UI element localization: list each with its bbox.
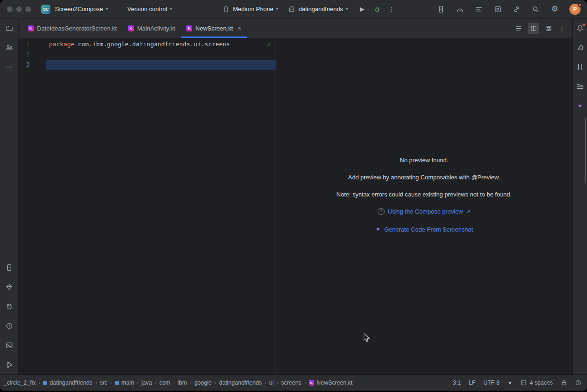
close-tab-icon[interactable]: × bbox=[238, 25, 241, 31]
chevron-right-icon: › bbox=[38, 380, 41, 386]
chevron-right-icon: › bbox=[189, 380, 192, 386]
breadcrumb-label: NewScreen.kt bbox=[317, 380, 353, 386]
tab-newscreen[interactable]: K NewScreen.kt × bbox=[181, 18, 247, 38]
logcat-icon[interactable] bbox=[5, 302, 13, 311]
code-editor[interactable]: 1 2 3 package com.ibm.google.datingandfr… bbox=[18, 38, 275, 374]
info-icon[interactable] bbox=[575, 380, 581, 386]
people-icon[interactable] bbox=[5, 43, 13, 52]
breadcrumb-item[interactable]: google bbox=[192, 379, 214, 387]
syntax-error-note: Note: syntax errors could cause existing… bbox=[336, 191, 512, 198]
module-icon bbox=[43, 381, 47, 385]
compose-preview-doc-link[interactable]: Using the Compose preview bbox=[388, 208, 463, 215]
code-area[interactable]: package com.ibm.google.datingandfriends.… bbox=[46, 39, 275, 70]
user-avatar[interactable]: P bbox=[569, 4, 581, 15]
vcs-label: Version control bbox=[128, 6, 167, 12]
gradle-icon[interactable] bbox=[576, 43, 584, 52]
minimize-window-button[interactable] bbox=[16, 6, 22, 12]
debug-button[interactable] bbox=[373, 5, 381, 13]
lock-icon[interactable] bbox=[561, 380, 567, 386]
breadcrumb-item[interactable]: _circle_2_fix bbox=[2, 379, 37, 387]
breadcrumb-item[interactable]: ui bbox=[267, 379, 275, 387]
editor-gutter[interactable]: 1 2 3 bbox=[18, 39, 46, 70]
code-line: package com.ibm.google.datingandfriends.… bbox=[46, 39, 275, 49]
keyword-token: package bbox=[49, 41, 74, 48]
project-folder-icon[interactable] bbox=[5, 24, 13, 32]
kotlin-file-icon: K bbox=[186, 25, 192, 31]
generate-code-row: ✦ Generate Code From Screenshot bbox=[375, 225, 473, 233]
editor-tab-bar: K DateIdeasGeneratorScreen.kt K MainActi… bbox=[18, 18, 572, 38]
tab-mainactivity[interactable]: K MainActivity.kt bbox=[122, 18, 181, 38]
device-explorer-icon[interactable] bbox=[576, 82, 584, 91]
line-separator-widget[interactable]: LF bbox=[469, 380, 476, 386]
notifications-bell-icon[interactable] bbox=[576, 24, 584, 32]
chevron-right-icon: › bbox=[172, 380, 175, 386]
tab-label: NewScreen.kt bbox=[196, 25, 233, 32]
breadcrumb-item[interactable]: main bbox=[113, 379, 136, 387]
compose-doc-row: ? Using the Compose preview ↗ bbox=[378, 208, 471, 215]
split-view-icon[interactable] bbox=[528, 23, 539, 34]
breadcrumb-item[interactable]: datingandfriends bbox=[41, 379, 94, 387]
problems-icon[interactable] bbox=[5, 322, 13, 330]
run-config-label: datingandfriends bbox=[299, 6, 343, 12]
status-widgets: 3:1 LF UTF-8 ✦ 4 spaces bbox=[453, 380, 581, 386]
app-insights-diamond-icon[interactable] bbox=[5, 283, 13, 291]
help-question-icon[interactable]: ? bbox=[378, 208, 385, 215]
breadcrumb-label: main bbox=[122, 380, 134, 386]
settings-gear-icon[interactable]: ⚙ bbox=[550, 5, 559, 13]
caret-position-widget[interactable]: 3:1 bbox=[453, 380, 461, 386]
zoom-window-button[interactable] bbox=[25, 6, 31, 12]
add-preview-hint: Add preview by annotating Composables wi… bbox=[348, 174, 500, 181]
chevron-right-icon: › bbox=[154, 380, 157, 386]
chevron-right-icon: › bbox=[136, 380, 139, 386]
avatar-initial: P bbox=[573, 6, 577, 12]
breadcrumb-item[interactable]: screens bbox=[279, 379, 303, 387]
version-control-branch-icon[interactable] bbox=[5, 361, 13, 369]
close-window-button[interactable] bbox=[7, 6, 12, 12]
running-devices-icon[interactable] bbox=[437, 5, 445, 13]
scrollbar-thumb[interactable] bbox=[585, 118, 586, 183]
breadcrumb-item[interactable]: src bbox=[98, 379, 110, 387]
search-icon[interactable] bbox=[532, 5, 540, 13]
chevron-down-icon: ▾ bbox=[276, 7, 278, 11]
breadcrumb-item-file[interactable]: KNewScreen.kt bbox=[307, 379, 355, 387]
terminal-icon[interactable] bbox=[5, 341, 13, 349]
inspection-check-icon[interactable]: ✓ bbox=[267, 41, 272, 48]
profiler-icon[interactable] bbox=[456, 5, 464, 13]
generate-code-link[interactable]: Generate Code From Screenshot bbox=[384, 226, 473, 233]
notification-dot bbox=[582, 23, 586, 26]
chevron-down-icon: ▾ bbox=[346, 7, 348, 11]
gemini-star-icon[interactable]: ✦ bbox=[576, 102, 584, 110]
app-inspection-icon[interactable] bbox=[494, 5, 502, 13]
compose-preview-panel: No preview found. Add preview by annotat… bbox=[275, 38, 572, 374]
run-config-selector[interactable]: datingandfriends ▾ bbox=[284, 3, 352, 16]
link-icon[interactable] bbox=[513, 5, 521, 13]
breadcrumb-item[interactable]: ibm bbox=[176, 379, 189, 387]
design-view-icon[interactable] bbox=[543, 23, 554, 34]
todo-list-icon[interactable] bbox=[475, 5, 483, 13]
tab-dateideasgeneratorscreen[interactable]: K DateIdeasGeneratorScreen.kt bbox=[22, 18, 122, 38]
encoding-widget[interactable]: UTF-8 bbox=[483, 380, 500, 386]
code-line bbox=[46, 60, 275, 70]
no-preview-title: No preview found. bbox=[400, 157, 448, 164]
breadcrumb-item[interactable]: java bbox=[140, 379, 154, 387]
breadcrumb-item[interactable]: datingandfriends bbox=[217, 379, 263, 387]
device-manager-icon[interactable] bbox=[576, 63, 584, 71]
code-view-icon[interactable] bbox=[513, 23, 524, 34]
kotlin-file-icon: K bbox=[309, 380, 314, 386]
chevron-right-icon: › bbox=[276, 380, 279, 386]
editor-options-kebab-icon[interactable]: ⋮ bbox=[557, 24, 567, 32]
vcs-selector[interactable]: Version control ▾ bbox=[124, 3, 176, 15]
project-selector[interactable]: Screen2Compose ▾ bbox=[51, 3, 112, 15]
more-run-actions-icon[interactable]: ⋮ bbox=[387, 5, 396, 13]
indent-widget[interactable]: 4 spaces bbox=[520, 380, 553, 386]
device-selector[interactable]: Medium Phone ▾ bbox=[218, 3, 282, 16]
tab-label: DateIdeasGeneratorScreen.kt bbox=[37, 25, 117, 32]
right-tool-strip: ✦ bbox=[572, 18, 587, 374]
app-module-icon bbox=[287, 5, 296, 13]
more-tool-windows-icon[interactable]: ⋯ bbox=[5, 63, 13, 71]
project-logo: SC bbox=[41, 5, 50, 14]
breadcrumb-item[interactable]: com bbox=[158, 379, 172, 387]
ai-assistant-icon[interactable]: ✦ bbox=[508, 380, 513, 386]
run-button[interactable]: ▶ bbox=[358, 5, 367, 13]
running-devices-tool-icon[interactable] bbox=[5, 263, 13, 272]
